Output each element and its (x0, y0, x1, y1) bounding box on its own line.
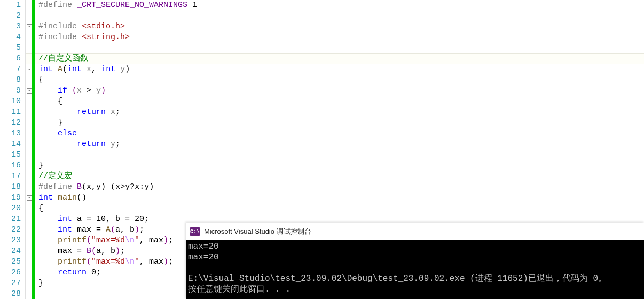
line-number: 26 (0, 267, 21, 278)
line-number: 2 (0, 11, 21, 21)
code-line[interactable]: #define _CRT_SECURE_NO_WARNINGS 1 (38, 0, 644, 11)
code-line[interactable]: int A(int x, int y) (38, 64, 644, 75)
line-number: 8 (0, 75, 21, 86)
line-number: 16 (0, 160, 21, 171)
code-line[interactable]: { (38, 203, 644, 214)
line-number: 14 (0, 139, 21, 150)
line-number: 22 (0, 225, 21, 235)
line-number: 15 (0, 150, 21, 160)
code-line[interactable]: { (38, 96, 644, 107)
line-number: 6 (0, 53, 21, 64)
line-number: 19 (0, 193, 21, 203)
code-line[interactable] (38, 43, 644, 53)
line-number: 28 (0, 289, 21, 299)
line-number: 11 (0, 107, 21, 118)
debug-console-body[interactable]: max=20 max=20 E:\Visual Studio\test_23.0… (186, 240, 644, 296)
code-line[interactable]: int main() (38, 193, 644, 203)
line-number: 27 (0, 278, 21, 289)
code-line[interactable]: //定义宏 (38, 171, 644, 182)
code-line[interactable]: { (38, 75, 644, 86)
code-line[interactable]: } (38, 160, 644, 171)
line-number: 4 (0, 32, 21, 43)
fold-toggle-icon[interactable]: - (27, 195, 32, 201)
debug-console-title: Microsoft Visual Studio 调试控制台 (204, 227, 311, 236)
change-indicator-bar (32, 0, 35, 299)
line-number: 21 (0, 214, 21, 225)
line-number: 18 (0, 182, 21, 193)
debug-console-window[interactable]: C:\ Microsoft Visual Studio 调试控制台 max=20… (186, 223, 644, 299)
code-line[interactable]: } (38, 118, 644, 128)
line-number: 5 (0, 43, 21, 53)
line-number: 12 (0, 118, 21, 128)
code-line[interactable]: #include <stdio.h> (38, 21, 644, 32)
line-number: 25 (0, 257, 21, 267)
line-number: 24 (0, 246, 21, 257)
code-line[interactable]: return x; (38, 107, 644, 118)
fold-toggle-icon[interactable]: - (27, 24, 32, 29)
fold-toggle-icon[interactable]: - (27, 88, 32, 94)
line-number: 10 (0, 96, 21, 107)
console-icon: C:\ (190, 227, 200, 236)
line-number: 20 (0, 203, 21, 214)
code-line[interactable]: #include <string.h> (38, 32, 644, 43)
line-number: 3 (0, 21, 21, 32)
line-number: 9 (0, 86, 21, 96)
code-line[interactable]: if (x > y) (38, 86, 644, 96)
line-number: 7 (0, 64, 21, 75)
line-number: 13 (0, 128, 21, 139)
code-line[interactable]: #define B(x,y) (x>y?x:y) (38, 182, 644, 193)
line-number: 23 (0, 235, 21, 246)
code-line[interactable]: else (38, 128, 644, 139)
line-number-gutter: 1234567891011121314151617181920212223242… (0, 0, 26, 299)
code-line[interactable] (38, 150, 644, 160)
code-line[interactable]: //自定义函数 (38, 53, 644, 64)
code-line[interactable] (38, 11, 644, 21)
code-line[interactable]: return y; (38, 139, 644, 150)
line-number: 1 (0, 0, 21, 11)
debug-console-titlebar[interactable]: C:\ Microsoft Visual Studio 调试控制台 (186, 223, 644, 240)
line-number: 17 (0, 171, 21, 182)
fold-toggle-icon[interactable]: - (27, 67, 32, 72)
